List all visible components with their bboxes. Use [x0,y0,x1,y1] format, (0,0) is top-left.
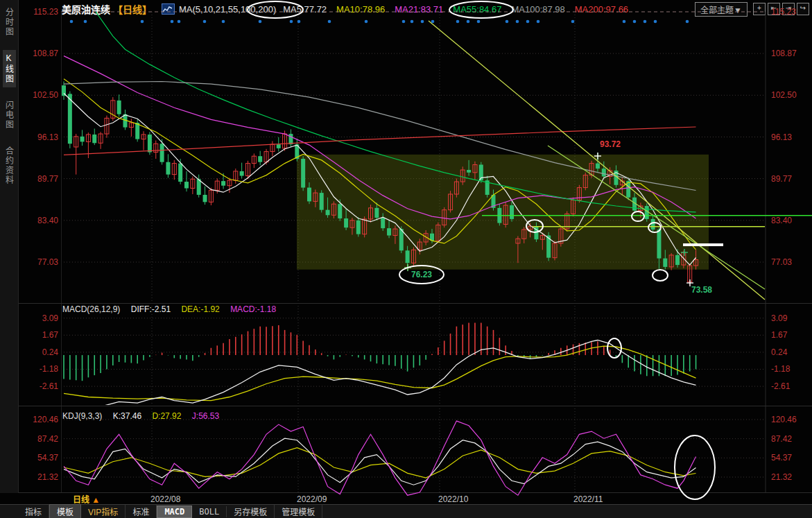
svg-text:83.40: 83.40 [37,216,58,225]
ma-value-5: MA200:97.66 [575,4,628,15]
hand-drawn-circle [675,435,715,499]
svg-text:120.46: 120.46 [33,415,58,424]
export-button[interactable]: ↪ [797,3,809,15]
sidebar-item-2[interactable]: 闪电图 [3,97,16,133]
left-sidebar: 分时图K线图闪电图合约资料 [0,0,19,493]
event-dot [141,20,144,24]
event-dot [526,20,530,24]
svg-text:77.03: 77.03 [37,257,58,267]
svg-text:102.50: 102.50 [33,90,58,100]
event-dot [328,20,331,24]
svg-text:108.87: 108.87 [771,49,797,58]
event-dot [402,20,406,24]
event-dot [643,20,647,24]
macd-diff-value: DIFF:-2.51 [131,304,171,314]
period-tag: 【日线】 [113,2,152,16]
kdj-j-value: J:56.53 [192,411,219,421]
x-axis-row: 日线 ▲ [19,493,812,504]
hand-drawn-circle [653,270,668,281]
period-selector-label: 日线 [73,495,89,505]
bottom-tab-3[interactable]: 标准 [126,505,157,518]
event-dot [477,20,481,24]
svg-text:77.03: 77.03 [771,257,792,267]
svg-text:83.40: 83.40 [771,216,792,225]
svg-text:-2.61: -2.61 [40,381,59,391]
event-dot [222,20,225,24]
svg-text:-1.18: -1.18 [40,364,59,374]
svg-text:93.72: 93.72 [600,139,621,149]
svg-text:-1.18: -1.18 [771,364,791,374]
ma-line-MA10 [64,79,696,250]
kdj-layer [64,421,696,495]
compress-left-button[interactable]: ⇤ [768,3,780,15]
event-dot [297,20,301,24]
kdj-panel-header: KDJ(9,3,3) K:37.46 D:27.92 J:56.53 [62,411,227,421]
svg-text:73.58: 73.58 [691,285,712,295]
event-dot [84,20,87,24]
event-dot [178,20,181,24]
sidebar-item-0[interactable]: 分时图 [3,4,16,40]
kdj-title: KDJ(9,3,3) [62,411,102,421]
ma-line-MA100 [64,82,696,191]
kdj-k-value: K:37.46 [113,411,141,421]
bottom-tab-2[interactable]: VIP指标 [81,505,126,518]
compress-right-button[interactable]: ⇥ [782,3,795,15]
event-dot [537,20,540,24]
bottom-tab-6[interactable]: 另存模板 [227,505,275,518]
event-dot [654,20,657,24]
ma-legend: MA5:77.72MA10:78.96MA21:83.71MA55:84.67M… [283,4,628,15]
pan-button[interactable]: + [753,3,766,15]
event-dot [431,20,435,24]
bottom-tab-1[interactable]: 模板 [49,504,81,518]
bottom-tab-5[interactable]: BOLL [192,506,227,517]
period-selector[interactable]: 日线 ▲ [73,493,100,505]
ma-line-MA5 [64,94,696,266]
sidebar-item-3[interactable]: 合约资料 [3,143,16,189]
event-dot [259,20,262,24]
event-dot [467,20,470,24]
svg-text:1.67: 1.67 [771,330,788,340]
hand-drawn-circle [526,220,543,232]
svg-text:54.37: 54.37 [771,453,792,463]
event-dot [506,20,509,24]
hand-drawn-circle [648,223,661,232]
bottom-tab-bar: 指标模板VIP指标标准MACDBOLL另存模板管理模板 [0,504,812,518]
event-dot [411,20,414,24]
event-dot [456,20,460,24]
bottom-tab-0[interactable]: 指标 [18,505,49,518]
trading-app-window: 分时图K线图闪电图合约资料 美原油连续 【日线】 MA(5,10,21,55,1… [0,0,812,518]
svg-text:1.67: 1.67 [42,330,59,340]
macd-panel-header: MACD(26,12,9) DIFF:-2.51 DEA:-1.92 MACD:… [62,304,284,314]
ma-line-MA21 [64,56,696,219]
sidebar-item-1[interactable]: K线图 [3,50,16,87]
window-buttons: +⇤⇥↪ [753,3,809,15]
ma-value-0: MA5:77.72 [283,4,327,15]
bottom-tab-4[interactable]: MACD [157,506,192,518]
svg-text:3.09: 3.09 [42,313,59,323]
macd-macd-value: MACD:-1.18 [230,304,276,314]
drawn-white-bar [683,243,723,246]
chart-icon [162,3,175,15]
event-dot [171,20,174,24]
event-dot [70,20,74,24]
ma-line-MA55 [94,10,696,211]
svg-text:0.24: 0.24 [771,347,788,357]
theme-dropdown-button[interactable]: 全部主题▼ [695,2,748,17]
macd-layer [64,323,696,409]
event-dot [623,20,626,24]
svg-text:87.42: 87.42 [37,434,58,444]
event-dot [421,20,424,24]
event-dot [516,20,519,24]
ma-line-MA200 [64,127,696,155]
ma-value-1: MA10:78.96 [336,4,385,15]
svg-text:0.24: 0.24 [42,347,59,357]
hand-drawn-circle [607,338,621,358]
event-dot [365,20,368,24]
event-dot [203,20,207,24]
svg-text:76.23: 76.23 [411,270,432,279]
svg-text:96.13: 96.13 [37,132,58,142]
bottom-tab-7[interactable]: 管理模板 [275,505,322,518]
candles-layer [62,81,698,284]
svg-text:102.50: 102.50 [771,90,797,100]
event-dot [686,20,689,24]
